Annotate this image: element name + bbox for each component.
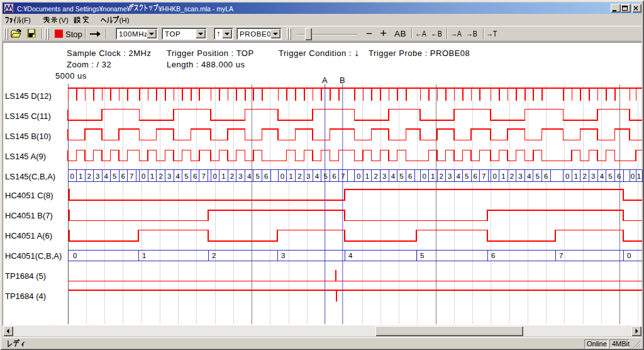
svg-text:0: 0 bbox=[280, 172, 284, 180]
svg-text:1: 1 bbox=[142, 252, 146, 259]
svg-text:5: 5 bbox=[608, 172, 612, 180]
svg-text:6: 6 bbox=[474, 172, 477, 180]
svg-text:5: 5 bbox=[465, 172, 469, 180]
svg-text:4: 4 bbox=[348, 252, 353, 259]
svg-text:7: 7 bbox=[482, 172, 486, 180]
svg-text:1: 1 bbox=[79, 172, 82, 180]
svg-text:1: 1 bbox=[365, 172, 369, 180]
svg-text:3: 3 bbox=[448, 172, 452, 180]
svg-text:2: 2 bbox=[87, 172, 91, 180]
svg-text:4: 4 bbox=[391, 172, 396, 180]
svg-text:4: 4 bbox=[315, 172, 319, 180]
svg-text:3: 3 bbox=[591, 172, 595, 180]
svg-text:0: 0 bbox=[357, 172, 360, 180]
svg-text:0: 0 bbox=[213, 172, 217, 180]
svg-text:4: 4 bbox=[176, 172, 180, 180]
svg-text:5: 5 bbox=[184, 172, 188, 180]
svg-text:7: 7 bbox=[341, 172, 345, 180]
svg-text:3: 3 bbox=[238, 172, 242, 180]
svg-text:6: 6 bbox=[121, 172, 125, 180]
svg-text:1: 1 bbox=[431, 172, 435, 180]
svg-text:3: 3 bbox=[281, 252, 285, 259]
svg-text:5: 5 bbox=[255, 172, 259, 180]
svg-text:2: 2 bbox=[158, 172, 162, 180]
svg-text:6: 6 bbox=[491, 252, 495, 259]
svg-text:1: 1 bbox=[574, 172, 578, 180]
svg-text:2: 2 bbox=[230, 172, 234, 180]
svg-text:0: 0 bbox=[627, 252, 631, 259]
svg-text:5: 5 bbox=[323, 172, 327, 180]
svg-text:4: 4 bbox=[527, 172, 531, 180]
svg-text:1: 1 bbox=[637, 172, 641, 180]
svg-text:7: 7 bbox=[130, 172, 133, 180]
svg-text:2: 2 bbox=[510, 172, 514, 180]
svg-text:3: 3 bbox=[167, 172, 171, 180]
svg-text:2: 2 bbox=[440, 172, 443, 180]
svg-text:5: 5 bbox=[399, 172, 403, 180]
svg-text:4: 4 bbox=[457, 172, 461, 180]
svg-text:4: 4 bbox=[247, 172, 252, 180]
svg-text:2: 2 bbox=[297, 172, 301, 180]
svg-text:3: 3 bbox=[306, 172, 310, 180]
svg-text:5: 5 bbox=[113, 172, 116, 180]
svg-text:2: 2 bbox=[582, 172, 586, 180]
svg-text:4: 4 bbox=[600, 172, 604, 180]
svg-text:5: 5 bbox=[535, 172, 539, 180]
svg-text:3: 3 bbox=[96, 172, 99, 180]
svg-text:4: 4 bbox=[104, 172, 109, 180]
svg-text:7: 7 bbox=[559, 252, 563, 259]
svg-text:0: 0 bbox=[493, 172, 497, 180]
svg-text:0: 0 bbox=[423, 172, 426, 180]
svg-text:0: 0 bbox=[631, 172, 635, 180]
svg-text:2: 2 bbox=[212, 252, 216, 259]
svg-text:6: 6 bbox=[617, 172, 621, 180]
svg-text:1: 1 bbox=[289, 172, 292, 180]
svg-text:3: 3 bbox=[382, 172, 386, 180]
svg-text:5: 5 bbox=[420, 252, 424, 259]
svg-text:1: 1 bbox=[221, 172, 225, 180]
svg-text:1: 1 bbox=[150, 172, 154, 180]
svg-text:0: 0 bbox=[70, 172, 74, 180]
svg-text:6: 6 bbox=[264, 172, 268, 180]
svg-text:0: 0 bbox=[565, 172, 569, 180]
svg-text:1: 1 bbox=[501, 172, 505, 180]
svg-text:0: 0 bbox=[142, 172, 145, 180]
svg-text:0: 0 bbox=[73, 252, 77, 259]
svg-text:2: 2 bbox=[374, 172, 377, 180]
svg-text:3: 3 bbox=[518, 172, 522, 180]
svg-text:6: 6 bbox=[408, 172, 412, 180]
svg-text:6: 6 bbox=[193, 172, 197, 180]
svg-text:6: 6 bbox=[544, 172, 548, 180]
svg-text:6: 6 bbox=[332, 172, 336, 180]
svg-text:7: 7 bbox=[201, 172, 205, 180]
